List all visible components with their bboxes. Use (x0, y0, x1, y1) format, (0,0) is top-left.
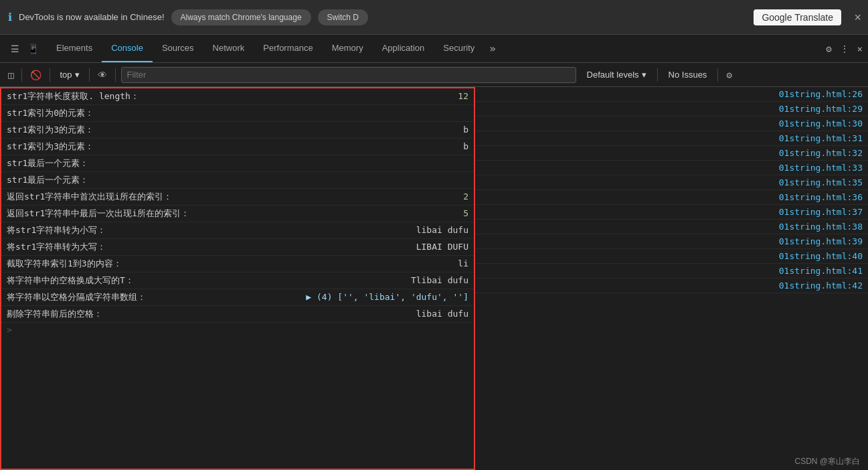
toolbar-divider-1 (21, 68, 22, 82)
console-text: str1索引为3的元素： (7, 124, 463, 136)
tab-network[interactable]: Network (203, 35, 254, 62)
tab-performance[interactable]: Performance (254, 35, 322, 62)
console-value: b (463, 125, 468, 135)
table-row: str1字符串长度获取. length： 12 (1, 88, 474, 105)
more-tabs-button[interactable]: » (484, 42, 501, 55)
table-row: 01string.html:36 (475, 190, 868, 205)
tab-console[interactable]: Console (102, 35, 153, 62)
table-row: 剔除字符串前后的空格： libai dufu (1, 306, 474, 323)
default-levels-arrow: ▾ (642, 70, 646, 80)
console-value: libai dufu (416, 225, 468, 235)
console-text: str1索引为0的元素： (7, 107, 468, 119)
tab-security[interactable]: Security (434, 35, 484, 62)
google-translate-badge: Google Translate (754, 9, 841, 25)
table-row: 将str1字符串转为大写： LIBAI DUFU (1, 239, 474, 256)
table-row: 01string.html:42 (475, 279, 868, 293)
toolbar-divider-3 (89, 68, 90, 82)
switch-button[interactable]: Switch D (318, 9, 368, 25)
file-link[interactable]: 01string.html:29 (779, 104, 863, 114)
file-link[interactable]: 01string.html:40 (779, 251, 863, 261)
file-link[interactable]: 01string.html:41 (779, 266, 863, 276)
tab-settings-group: ⚙ ⋮ × (823, 41, 865, 57)
console-value: 5 (463, 208, 468, 218)
devtools-menu-dots-icon[interactable]: ⋮ (837, 41, 852, 57)
console-content: str1字符串长度获取. length： 12str1索引为0的元素：str1索… (0, 87, 868, 470)
filter-input[interactable] (121, 67, 576, 83)
info-icon: ℹ (8, 11, 12, 23)
file-link[interactable]: 01string.html:42 (779, 281, 863, 291)
console-prompt-row: > (1, 323, 474, 337)
file-link[interactable]: 01string.html:33 (779, 163, 863, 173)
table-row: str1索引为3的元素： b (1, 122, 474, 139)
console-value: LIBAI DUFU (416, 242, 468, 252)
table-row: 01string.html:41 (475, 264, 868, 279)
table-row: 01string.html:40 (475, 249, 868, 264)
file-link[interactable]: 01string.html:32 (779, 148, 863, 158)
file-link[interactable]: 01string.html:39 (779, 236, 863, 246)
sidebar-toggle-icon[interactable]: ◫ (5, 67, 16, 83)
clear-console-icon[interactable]: 🚫 (27, 67, 44, 83)
file-link[interactable]: 01string.html:31 (779, 133, 863, 143)
close-notification-button[interactable]: × (854, 10, 861, 24)
context-arrow: ▾ (75, 70, 80, 80)
table-row: str1最后一个元素： (1, 155, 474, 172)
table-row: 将str1字符串转为小写： libai dufu (1, 222, 474, 239)
tabs-bar: ☰ 📱 Elements Console Sources Network Per… (0, 35, 868, 63)
file-link[interactable]: 01string.html:36 (779, 192, 863, 202)
console-settings-icon[interactable]: ⚙ (723, 67, 734, 83)
tab-application[interactable]: Application (373, 35, 434, 62)
toolbar-divider-2 (50, 68, 50, 82)
console-text: 将字符串以空格分隔成字符串数组： (7, 291, 306, 303)
devtools-close-icon[interactable]: × (855, 41, 865, 57)
console-text: 将字符串中的空格换成大写的T： (7, 275, 411, 287)
table-row: str1最后一个元素： (1, 172, 474, 189)
notification-bar: ℹ DevTools is now available in Chinese! … (0, 0, 868, 35)
right-panel: 01string.html:2601string.html:2901string… (475, 87, 868, 470)
file-link[interactable]: 01string.html:30 (779, 119, 863, 129)
table-row: 01string.html:31 (475, 131, 868, 146)
devtools-menu-icon[interactable]: ☰ (8, 41, 22, 57)
console-value: 12 (458, 91, 468, 101)
table-row: 截取字符串索引1到3的内容： li (1, 256, 474, 272)
table-row: 01string.html:39 (475, 234, 868, 249)
default-levels-label: Default levels (587, 70, 639, 80)
table-row: str1索引为0的元素： (1, 105, 474, 122)
table-row: 将字符串中的空格换成大写的T： Tlibai dufu (1, 272, 474, 289)
table-row: 01string.html:35 (475, 175, 868, 190)
bottom-bar: CSDN @寒山李白 (786, 453, 868, 470)
tab-memory[interactable]: Memory (323, 35, 373, 62)
console-text: 将str1字符串转为大写： (7, 241, 416, 253)
table-row: 01string.html:37 (475, 205, 868, 220)
table-row: 将字符串以空格分隔成字符串数组： ▶ (4) ['', 'libai', 'du… (1, 289, 474, 306)
device-toolbar-icon[interactable]: 📱 (25, 41, 41, 57)
console-text: 截取字符串索引1到3的内容： (7, 258, 458, 270)
left-panel: str1字符串长度获取. length： 12str1索引为0的元素：str1索… (0, 87, 475, 470)
file-link[interactable]: 01string.html:26 (779, 89, 863, 99)
tab-sources[interactable]: Sources (153, 35, 203, 62)
console-text: str1最后一个元素： (7, 174, 468, 186)
file-link[interactable]: 01string.html:37 (779, 207, 863, 217)
console-text: 返回str1字符串中首次出现i所在的索引： (7, 191, 463, 203)
table-row: 01string.html:32 (475, 146, 868, 161)
toolbar-divider-5 (657, 68, 658, 82)
tab-icon-group: ☰ 📱 (3, 41, 47, 57)
tab-elements[interactable]: Elements (47, 35, 102, 62)
file-link[interactable]: 01string.html:38 (779, 222, 863, 232)
toolbar-divider-4 (115, 68, 116, 82)
devtools-settings-icon[interactable]: ⚙ (823, 41, 834, 57)
console-value: libai dufu (416, 309, 468, 319)
console-value: 2 (463, 191, 468, 202)
context-label: top (60, 70, 72, 80)
file-link[interactable]: 01string.html:35 (779, 177, 863, 187)
context-selector[interactable]: top ▾ (56, 68, 83, 81)
console-value: ▶ (4) ['', 'libai', 'dufu', ''] (306, 292, 468, 302)
table-row: 01string.html:38 (475, 220, 868, 234)
console-value: li (458, 258, 468, 268)
console-text: 将str1字符串转为小写： (7, 224, 416, 236)
match-language-button[interactable]: Always match Chrome's language (171, 9, 311, 25)
table-row: 返回str1字符串中最后一次出现i所在的索引： 5 (1, 206, 474, 222)
default-levels-dropdown[interactable]: Default levels ▾ (582, 68, 652, 81)
table-row: 01string.html:29 (475, 102, 868, 116)
eye-icon[interactable]: 👁 (95, 67, 110, 83)
toolbar-divider-6 (717, 68, 718, 82)
